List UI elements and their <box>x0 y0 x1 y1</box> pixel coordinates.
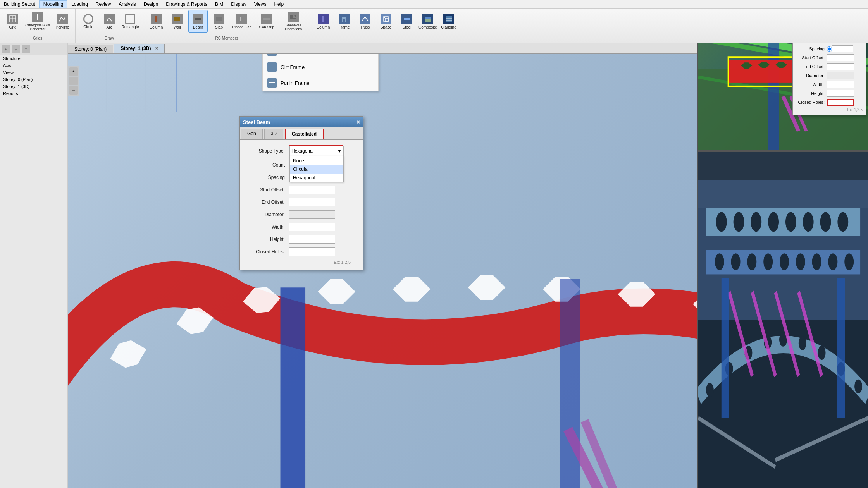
sidebar-btn-3[interactable]: ≡ <box>22 45 30 53</box>
ribbon-btn-circle[interactable]: Circle <box>79 10 98 33</box>
ribbon-btn-steel[interactable]: Steel <box>397 10 417 33</box>
dropdown-item-girt[interactable]: Girt Frame <box>263 59 378 75</box>
end-offset-input[interactable]: 300 mm <box>289 198 335 206</box>
left-sidebar: ⊕ ⊖ ≡ Structure Axis Views Storey: 0 (Pl… <box>0 43 68 488</box>
height-label: Height: <box>246 237 289 242</box>
zoom-in-btn[interactable]: + <box>69 67 78 76</box>
option-hexagonal[interactable]: Hexagonal <box>290 174 343 182</box>
start-offset-input[interactable]: 300 mm <box>289 186 335 194</box>
shape-type-select[interactable]: Hexagonal ▼ <box>289 146 344 156</box>
bottom-right-viewport <box>698 151 868 488</box>
svg-marker-49 <box>107 337 150 371</box>
ribbon-btn-slab-strip[interactable]: Slab Strip <box>255 10 278 33</box>
tree-structure[interactable]: Structure <box>0 55 67 62</box>
menu-loading[interactable]: Loading <box>67 1 92 8</box>
sidebar-btn-1[interactable]: ⊕ <box>2 45 10 53</box>
ribbon-btn-ribbed-slab[interactable]: Ribbed Slab <box>230 10 253 33</box>
tree-axis[interactable]: Axis <box>0 62 67 69</box>
menu-modelling[interactable]: Modelling <box>39 0 67 8</box>
zoom-out-btn[interactable]: - <box>69 77 78 85</box>
closed-holes-input[interactable]: 2,3,5 <box>289 247 335 256</box>
dropdown-arrow-icon: ▼ <box>337 148 342 154</box>
dialog-tab-gen-main[interactable]: Gen <box>241 129 263 139</box>
svg-rect-23 <box>385 18 388 21</box>
tree-storey-1[interactable]: Storey: 1 (3D) <box>0 83 67 90</box>
tr-start-offset-label: Start Offset: <box>796 55 827 60</box>
svg-point-113 <box>818 346 826 360</box>
tr-height-input[interactable]: 250 mm <box>827 90 854 97</box>
ribbon-btn-frame[interactable]: Frame <box>334 10 354 33</box>
ribbon-btn-grid[interactable]: Grid <box>3 10 22 33</box>
menu-display[interactable]: Display <box>227 1 250 8</box>
dialog-tab-3d-main[interactable]: 3D <box>264 129 283 139</box>
count-label-main: Count <box>246 162 289 168</box>
ribbon-btn-slab[interactable]: Slab <box>209 10 229 33</box>
tr-spacing-input[interactable]: 250 mm <box>832 45 853 52</box>
frame-icon <box>339 14 350 24</box>
tr-spacing-radio[interactable] <box>827 46 832 52</box>
option-circular[interactable]: Circular <box>290 165 343 174</box>
dialog-close-main[interactable]: × <box>357 119 360 125</box>
menu-design[interactable]: Design <box>140 1 162 8</box>
ribbon-btn-column[interactable]: Column <box>146 10 166 33</box>
tr-width-input[interactable]: 300 mm <box>827 81 854 88</box>
purlin-frame-label: Purlin Frame <box>281 80 309 86</box>
svg-rect-120 <box>722 278 729 418</box>
tr-start-offset-input[interactable]: 300 mm <box>827 54 854 61</box>
svg-line-21 <box>365 17 368 21</box>
ribbon-btn-axis[interactable]: Orthogonal Axis Generator <box>24 10 51 33</box>
svg-rect-25 <box>404 18 410 20</box>
menu-building-setout[interactable]: Building Setout <box>0 1 39 8</box>
menu-bim[interactable]: BIM <box>211 1 227 8</box>
menu-drawings[interactable]: Drawings & Reports <box>162 1 211 8</box>
option-none[interactable]: None <box>290 156 343 165</box>
slabstrip-icon <box>261 14 272 24</box>
menu-help[interactable]: Help <box>270 1 288 8</box>
height-input[interactable]: 250 mm <box>289 235 335 244</box>
menu-analysis[interactable]: Analysis <box>115 1 140 8</box>
tab-storey-0[interactable]: Storey: 0 (Plan) <box>68 45 113 53</box>
dialog-title-bar-main: Steel Beam × <box>240 117 363 127</box>
sidebar-btn-2[interactable]: ⊖ <box>12 45 20 53</box>
width-label: Width: <box>246 224 289 230</box>
dropdown-item-purlin[interactable]: Purlin Frame <box>263 75 378 91</box>
ribbon-btn-composite[interactable]: Composite <box>418 10 437 33</box>
tab-storey-1[interactable]: Storey: 1 (3D) × <box>114 44 164 53</box>
ribbon-btn-shearwall[interactable]: Shearwall Operations <box>280 10 307 33</box>
ribbon-group-grids: Grid Orthogonal Axis Generator Polyline … <box>0 9 76 43</box>
ribbon-btn-beam[interactable]: Beam <box>188 10 208 33</box>
shape-type-value: Hexagonal <box>291 148 313 154</box>
steel-beam-dropdown: Steel Beam Primary Composite Beam Second… <box>262 54 379 91</box>
tree-views[interactable]: Views <box>0 69 67 76</box>
close-tab-icon[interactable]: × <box>155 46 158 51</box>
ribbon-btn-rectangle[interactable]: Rectangle <box>121 10 140 33</box>
dropdown-item-secondary[interactable]: Secondary Composite Beam <box>263 54 378 59</box>
tree-reports[interactable]: Reports <box>0 90 67 97</box>
tr-end-offset-input[interactable]: 300 mm <box>827 63 854 70</box>
wall-btn-label: Wall <box>173 25 181 29</box>
tr-closed-holes-input[interactable]: 2,3,5 <box>827 99 854 106</box>
svg-rect-6 <box>174 17 180 21</box>
ribbon-btn-polyline[interactable]: Polyline <box>53 10 72 33</box>
ribbon-btn-truss[interactable]: Truss <box>355 10 375 33</box>
pan-btn[interactable]: ↔ <box>69 86 78 95</box>
ribbon-btn-cladding[interactable]: Cladding <box>439 10 458 33</box>
menu-views[interactable]: Views <box>250 1 270 8</box>
width-input[interactable]: 250 mm <box>289 223 335 231</box>
closed-holes-row: Closed Holes: 2,3,5 <box>246 247 357 256</box>
tree-storey-0[interactable]: Storey: 0 (Plan) <box>0 76 67 83</box>
dialog-tab-castellated-main[interactable]: Castellated <box>285 129 324 139</box>
ribbon-btn-arc[interactable]: Arc <box>100 10 119 33</box>
svg-point-96 <box>837 212 848 232</box>
frame-label: Frame <box>339 25 350 29</box>
tr-height-row: Height: 250 mm <box>796 90 863 97</box>
grid-label: Grid <box>9 25 17 29</box>
ribbon-btn-wall[interactable]: Wall <box>167 10 187 33</box>
tr-diameter-input[interactable]: 120 mm <box>827 72 854 79</box>
tab-storey-1-label: Storey: 1 (3D) <box>121 46 151 51</box>
ribbon-btn-space[interactable]: Space <box>376 10 396 33</box>
grid-icon <box>7 14 18 24</box>
menu-review[interactable]: Review <box>92 1 115 8</box>
diameter-input[interactable]: 120 mm <box>289 210 335 219</box>
ribbon-btn-column2[interactable]: Column <box>313 10 333 33</box>
